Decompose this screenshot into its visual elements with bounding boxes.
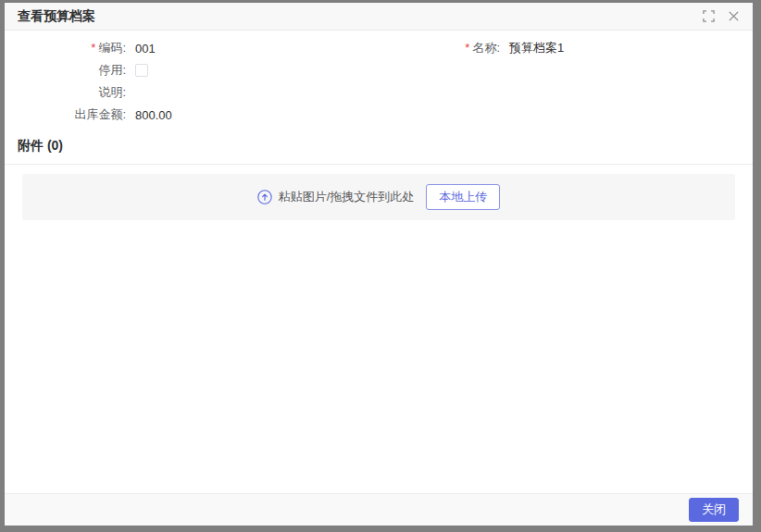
field-name: *名称: 预算档案1 xyxy=(379,37,753,59)
attachments-heading: 附件 (0) xyxy=(5,138,753,165)
close-icon[interactable] xyxy=(727,10,740,23)
upload-dropzone[interactable]: 粘贴图片/拖拽文件到此处 本地上传 xyxy=(22,174,735,220)
local-upload-button[interactable]: 本地上传 xyxy=(426,184,500,210)
field-disabled-label-text: 停用: xyxy=(98,63,126,77)
fullscreen-icon[interactable] xyxy=(702,10,715,23)
field-name-label-text: 名称: xyxy=(472,41,500,55)
field-description: 说明: xyxy=(5,81,379,104)
required-mark: * xyxy=(465,41,469,55)
field-description-label-text: 说明: xyxy=(98,85,126,99)
field-outbound-amount-value: 800.00 xyxy=(135,108,172,122)
form-column-right: *名称: 预算档案1 xyxy=(379,37,753,126)
field-outbound-amount-label: 出库金额: xyxy=(5,106,126,123)
upload-arrow-circle-icon xyxy=(257,190,272,204)
dialog-header: 查看预算档案 xyxy=(5,3,753,31)
dialog-header-tools xyxy=(702,10,740,23)
upload-hint-text: 粘贴图片/拖拽文件到此处 xyxy=(279,189,415,205)
dialog-title: 查看预算档案 xyxy=(18,8,95,25)
field-outbound-amount-label-text: 出库金额: xyxy=(74,107,126,121)
disabled-checkbox[interactable] xyxy=(135,64,148,77)
field-code: *编码: 001 xyxy=(5,37,379,59)
view-budget-archive-dialog: 查看预算档案 *编码: 001 停用: xyxy=(5,3,753,526)
field-name-value: 预算档案1 xyxy=(509,40,564,56)
field-disabled: 停用: xyxy=(5,59,379,81)
field-disabled-label: 停用: xyxy=(5,62,126,79)
dialog-body: *编码: 001 停用: 说明: 出库金额: 800.00 xyxy=(5,31,753,493)
field-outbound-amount: 出库金额: 800.00 xyxy=(5,104,379,126)
field-code-value: 001 xyxy=(135,42,156,56)
field-code-label: *编码: xyxy=(5,40,126,56)
field-name-label: *名称: xyxy=(379,40,500,56)
dialog-footer: 关闭 xyxy=(5,493,753,526)
form-column-left: *编码: 001 停用: 说明: 出库金额: 800.00 xyxy=(5,37,379,126)
budget-form: *编码: 001 停用: 说明: 出库金额: 800.00 xyxy=(5,31,753,126)
required-mark: * xyxy=(91,41,95,55)
field-description-label: 说明: xyxy=(5,84,126,101)
close-button[interactable]: 关闭 xyxy=(689,498,739,522)
field-code-label-text: 编码: xyxy=(98,41,126,55)
